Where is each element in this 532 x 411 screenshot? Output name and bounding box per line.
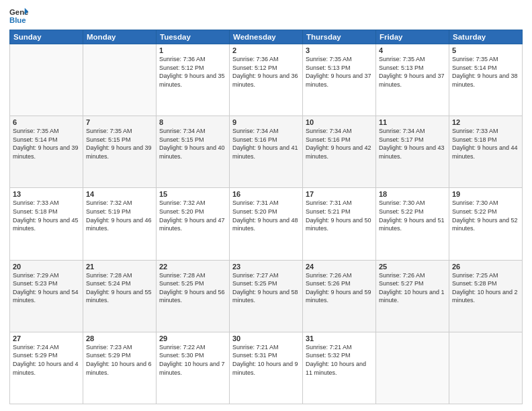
cell-details: Sunrise: 7:24 AMSunset: 5:29 PMDaylight:… <box>13 343 80 377</box>
day-number: 3 <box>306 46 373 54</box>
cell-details: Sunrise: 7:32 AMSunset: 5:20 PMDaylight:… <box>159 199 226 232</box>
day-number: 21 <box>86 263 153 271</box>
day-number: 1 <box>159 46 226 54</box>
cell-details: Sunrise: 7:36 AMSunset: 5:12 PMDaylight:… <box>159 55 226 89</box>
day-number: 12 <box>452 118 519 126</box>
day-number: 17 <box>306 190 373 198</box>
day-number: 26 <box>452 263 519 271</box>
page: General Blue SundayMondayTuesdayWednesda… <box>0 0 532 411</box>
day-number: 5 <box>452 46 519 54</box>
day-number: 31 <box>306 334 373 342</box>
calendar-cell: 24Sunrise: 7:26 AMSunset: 5:26 PMDayligh… <box>303 260 376 332</box>
day-number: 9 <box>232 118 300 126</box>
weekday-header-wednesday: Wednesday <box>230 30 303 44</box>
day-number: 2 <box>232 46 300 54</box>
calendar-cell <box>10 44 83 116</box>
calendar-table: SundayMondayTuesdayWednesdayThursdayFrid… <box>9 30 523 404</box>
cell-details: Sunrise: 7:30 AMSunset: 5:22 PMDaylight:… <box>379 199 446 232</box>
calendar-cell: 14Sunrise: 7:32 AMSunset: 5:19 PMDayligh… <box>83 188 157 260</box>
calendar-cell: 12Sunrise: 7:33 AMSunset: 5:18 PMDayligh… <box>449 116 523 188</box>
calendar-week-3: 13Sunrise: 7:33 AMSunset: 5:18 PMDayligh… <box>10 188 523 260</box>
day-number: 10 <box>306 118 373 126</box>
cell-details: Sunrise: 7:31 AMSunset: 5:21 PMDaylight:… <box>306 199 373 232</box>
day-number: 30 <box>232 334 300 342</box>
calendar-cell: 9Sunrise: 7:34 AMSunset: 5:16 PMDaylight… <box>230 116 303 188</box>
cell-details: Sunrise: 7:34 AMSunset: 5:16 PMDaylight:… <box>232 127 300 161</box>
calendar-cell: 23Sunrise: 7:27 AMSunset: 5:25 PMDayligh… <box>230 260 303 332</box>
day-number: 14 <box>86 190 153 198</box>
calendar-cell: 4Sunrise: 7:35 AMSunset: 5:13 PMDaylight… <box>376 44 449 116</box>
calendar-cell: 16Sunrise: 7:31 AMSunset: 5:20 PMDayligh… <box>230 188 303 260</box>
day-number: 6 <box>13 118 80 126</box>
cell-details: Sunrise: 7:28 AMSunset: 5:24 PMDaylight:… <box>86 271 153 305</box>
cell-details: Sunrise: 7:35 AMSunset: 5:15 PMDaylight:… <box>86 127 153 161</box>
calendar-cell: 10Sunrise: 7:34 AMSunset: 5:16 PMDayligh… <box>303 116 376 188</box>
calendar-cell <box>376 332 449 404</box>
cell-details: Sunrise: 7:26 AMSunset: 5:27 PMDaylight:… <box>379 271 446 305</box>
weekday-header-thursday: Thursday <box>303 30 376 44</box>
day-number: 18 <box>379 190 446 198</box>
calendar-cell: 13Sunrise: 7:33 AMSunset: 5:18 PMDayligh… <box>10 188 83 260</box>
calendar-cell: 28Sunrise: 7:23 AMSunset: 5:29 PMDayligh… <box>83 332 157 404</box>
calendar-cell: 25Sunrise: 7:26 AMSunset: 5:27 PMDayligh… <box>376 260 449 332</box>
day-number: 24 <box>306 263 373 271</box>
calendar-header-row: SundayMondayTuesdayWednesdayThursdayFrid… <box>10 30 523 44</box>
cell-details: Sunrise: 7:25 AMSunset: 5:28 PMDaylight:… <box>452 271 519 305</box>
calendar-cell: 8Sunrise: 7:34 AMSunset: 5:15 PMDaylight… <box>157 116 230 188</box>
weekday-header-friday: Friday <box>376 30 449 44</box>
calendar-cell <box>83 44 157 116</box>
cell-details: Sunrise: 7:28 AMSunset: 5:25 PMDaylight:… <box>159 271 226 305</box>
logo-icon: General Blue <box>9 7 28 26</box>
day-number: 16 <box>232 190 300 198</box>
calendar-cell: 30Sunrise: 7:21 AMSunset: 5:31 PMDayligh… <box>230 332 303 404</box>
cell-details: Sunrise: 7:27 AMSunset: 5:25 PMDaylight:… <box>232 271 300 305</box>
calendar-cell: 5Sunrise: 7:35 AMSunset: 5:14 PMDaylight… <box>449 44 523 116</box>
day-number: 28 <box>86 334 153 342</box>
day-number: 22 <box>159 263 226 271</box>
cell-details: Sunrise: 7:30 AMSunset: 5:22 PMDaylight:… <box>452 199 519 232</box>
calendar-cell: 1Sunrise: 7:36 AMSunset: 5:12 PMDaylight… <box>157 44 230 116</box>
calendar-cell: 3Sunrise: 7:35 AMSunset: 5:13 PMDaylight… <box>303 44 376 116</box>
calendar-week-5: 27Sunrise: 7:24 AMSunset: 5:29 PMDayligh… <box>10 332 523 404</box>
day-number: 29 <box>159 334 226 342</box>
day-number: 23 <box>232 263 300 271</box>
cell-details: Sunrise: 7:21 AMSunset: 5:32 PMDaylight:… <box>306 343 373 377</box>
calendar-cell: 15Sunrise: 7:32 AMSunset: 5:20 PMDayligh… <box>157 188 230 260</box>
calendar-cell: 29Sunrise: 7:22 AMSunset: 5:30 PMDayligh… <box>157 332 230 404</box>
calendar-week-2: 6Sunrise: 7:35 AMSunset: 5:14 PMDaylight… <box>10 116 523 188</box>
logo: General Blue <box>9 7 28 26</box>
cell-details: Sunrise: 7:29 AMSunset: 5:23 PMDaylight:… <box>13 271 80 305</box>
calendar-cell: 22Sunrise: 7:28 AMSunset: 5:25 PMDayligh… <box>157 260 230 332</box>
calendar-week-1: 1Sunrise: 7:36 AMSunset: 5:12 PMDaylight… <box>10 44 523 116</box>
calendar-cell: 26Sunrise: 7:25 AMSunset: 5:28 PMDayligh… <box>449 260 523 332</box>
cell-details: Sunrise: 7:35 AMSunset: 5:14 PMDaylight:… <box>452 55 519 89</box>
weekday-header-monday: Monday <box>83 30 157 44</box>
cell-details: Sunrise: 7:21 AMSunset: 5:31 PMDaylight:… <box>232 343 300 377</box>
cell-details: Sunrise: 7:22 AMSunset: 5:30 PMDaylight:… <box>159 343 226 377</box>
svg-text:Blue: Blue <box>9 16 26 24</box>
weekday-header-tuesday: Tuesday <box>157 30 230 44</box>
calendar-cell: 11Sunrise: 7:34 AMSunset: 5:17 PMDayligh… <box>376 116 449 188</box>
cell-details: Sunrise: 7:32 AMSunset: 5:19 PMDaylight:… <box>86 199 153 232</box>
day-number: 27 <box>13 334 80 342</box>
calendar-cell: 17Sunrise: 7:31 AMSunset: 5:21 PMDayligh… <box>303 188 376 260</box>
day-number: 13 <box>13 190 80 198</box>
cell-details: Sunrise: 7:34 AMSunset: 5:15 PMDaylight:… <box>159 127 226 161</box>
cell-details: Sunrise: 7:33 AMSunset: 5:18 PMDaylight:… <box>13 199 80 232</box>
day-number: 4 <box>379 46 446 54</box>
calendar-cell: 7Sunrise: 7:35 AMSunset: 5:15 PMDaylight… <box>83 116 157 188</box>
header: General Blue <box>9 7 523 26</box>
calendar-cell: 18Sunrise: 7:30 AMSunset: 5:22 PMDayligh… <box>376 188 449 260</box>
day-number: 20 <box>13 263 80 271</box>
cell-details: Sunrise: 7:31 AMSunset: 5:20 PMDaylight:… <box>232 199 300 232</box>
calendar-cell: 20Sunrise: 7:29 AMSunset: 5:23 PMDayligh… <box>10 260 83 332</box>
cell-details: Sunrise: 7:35 AMSunset: 5:13 PMDaylight:… <box>379 55 446 89</box>
calendar-cell: 27Sunrise: 7:24 AMSunset: 5:29 PMDayligh… <box>10 332 83 404</box>
day-number: 25 <box>379 263 446 271</box>
day-number: 11 <box>379 118 446 126</box>
weekday-header-saturday: Saturday <box>449 30 523 44</box>
cell-details: Sunrise: 7:26 AMSunset: 5:26 PMDaylight:… <box>306 271 373 305</box>
calendar-cell: 2Sunrise: 7:36 AMSunset: 5:12 PMDaylight… <box>230 44 303 116</box>
calendar-cell: 19Sunrise: 7:30 AMSunset: 5:22 PMDayligh… <box>449 188 523 260</box>
day-number: 19 <box>452 190 519 198</box>
